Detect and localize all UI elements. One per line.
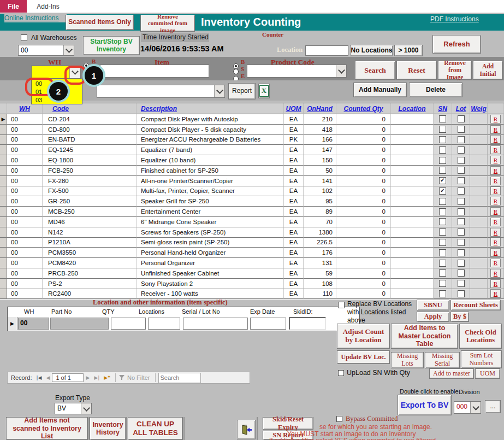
cell-wh[interactable]: 00 [7, 268, 43, 279]
cell-counted-qty[interactable]: 0 [336, 186, 391, 197]
more-options-button[interactable]: ... [485, 400, 501, 413]
cell-wh[interactable]: 00 [7, 279, 43, 289]
row-selector[interactable] [0, 135, 7, 145]
row-r-button[interactable]: R [490, 145, 501, 154]
cell-uom[interactable]: EA [284, 155, 304, 166]
next-record-icon[interactable]: ▶ [84, 375, 92, 380]
cell-onhand[interactable]: 418 [304, 125, 336, 135]
cell-weight[interactable] [470, 186, 488, 197]
lot-checkbox[interactable] [458, 198, 465, 205]
warehouse-combo[interactable]: 00 [18, 45, 74, 56]
header-uom[interactable]: UOM [284, 103, 304, 114]
sn-checkbox[interactable] [439, 280, 446, 287]
sn-checkbox[interactable] [439, 167, 446, 174]
cell-weight[interactable] [470, 176, 488, 186]
row-r-button[interactable]: R [490, 228, 501, 237]
cell-location[interactable] [391, 238, 434, 248]
row-selector[interactable] [0, 155, 7, 166]
cell-wh[interactable]: 00 [7, 248, 43, 258]
cell-code[interactable]: MD46 [43, 217, 137, 227]
sn-checkbox[interactable] [439, 126, 446, 133]
record-position[interactable]: 1 of 1 [52, 373, 84, 382]
cell-location[interactable] [391, 166, 434, 176]
clean-up-all-tables-button[interactable]: CLEAN UP ALL TABLES [128, 417, 183, 440]
cell-weight[interactable] [470, 145, 488, 155]
cell-weight[interactable] [470, 207, 488, 217]
lot-checkbox[interactable] [458, 146, 465, 154]
cell-weight[interactable] [470, 258, 488, 268]
table-row[interactable]: 00RC2400Receiver - 100 wattsEA1100R [0, 289, 504, 300]
cell-description[interactable]: Compact Disk Player - 5 disk capacity [137, 125, 284, 135]
cell-wh[interactable]: 00 [7, 217, 43, 227]
export-type-combo[interactable]: BV [55, 403, 92, 414]
cell-code[interactable]: CD-204 [43, 114, 137, 125]
cell-onhand[interactable]: 95 [304, 196, 336, 207]
location-locations-input[interactable] [148, 318, 180, 330]
cell-wh[interactable]: 00 [7, 207, 43, 217]
cell-onhand[interactable]: 176 [304, 248, 336, 258]
cell-code[interactable]: EQ-1245 [43, 145, 137, 155]
location-row-selector[interactable]: ▶ [8, 317, 17, 330]
no-filter-label[interactable]: No Filter [125, 374, 152, 381]
cell-wh[interactable]: 00 [7, 155, 43, 166]
sn-checkbox[interactable] [439, 260, 446, 267]
row-selector[interactable] [0, 196, 7, 207]
over-1000-button[interactable]: > 1000 [394, 45, 423, 56]
cell-onhand[interactable]: 226.5 [304, 238, 336, 248]
lot-checkbox[interactable] [458, 115, 465, 122]
cell-onhand[interactable]: 59 [304, 268, 336, 279]
location-expdate-input[interactable] [250, 318, 286, 330]
cell-counted-qty[interactable]: 0 [336, 289, 391, 300]
table-row[interactable]: 00EN-BATDEnergizer ACCU Rechargeable D B… [0, 135, 504, 145]
row-selector[interactable] [0, 289, 7, 300]
cell-code[interactable]: P1210A [43, 238, 137, 248]
sn-checkbox[interactable] [439, 239, 446, 246]
cell-location[interactable] [391, 217, 434, 227]
cell-counted-qty[interactable]: 0 [336, 114, 391, 125]
table-row[interactable]: 00EQ-1245Equalizer (7 band)EA1470R [0, 145, 504, 155]
cell-location[interactable] [391, 114, 434, 125]
no-locations-button[interactable]: No Locations [350, 45, 393, 56]
cell-weight[interactable] [470, 279, 488, 289]
cell-location[interactable] [391, 196, 434, 207]
record-search-input[interactable] [158, 373, 201, 383]
cell-weight[interactable] [470, 227, 488, 238]
cell-weight[interactable] [470, 155, 488, 166]
replace-bv-locations-checkbox[interactable] [338, 302, 345, 308]
cell-weight[interactable] [470, 114, 488, 125]
cell-location[interactable] [391, 279, 434, 289]
remove-commited-from-image-button[interactable]: Remove commited from image [140, 15, 195, 32]
missing-serial-button[interactable]: Missing Serial [425, 352, 460, 368]
cell-code[interactable]: MCB-250 [43, 207, 137, 217]
cell-counted-qty[interactable]: 0 [336, 238, 391, 248]
sn-checkbox[interactable]: ✓ [439, 177, 446, 184]
row-r-button[interactable]: R [490, 177, 501, 185]
sn-checkbox[interactable] [439, 218, 446, 225]
table-row[interactable]: 00FCB-250Finished cabinet for SP-250EA50… [0, 166, 504, 176]
cell-code[interactable]: PS-2 [43, 279, 137, 289]
cell-wh[interactable]: 00 [7, 145, 43, 155]
row-r-button[interactable]: R [490, 125, 501, 134]
cell-uom[interactable]: EA [284, 248, 304, 258]
cell-counted-qty[interactable]: 0 [336, 166, 391, 176]
sum-lot-numbers-button[interactable]: Sum Lot Numbers [461, 350, 502, 368]
cell-uom[interactable]: PK [284, 135, 304, 145]
row-selector[interactable] [0, 207, 7, 217]
row-r-button[interactable]: R [490, 279, 501, 288]
division-combo[interactable]: 000 [454, 401, 481, 414]
cell-description[interactable]: Compact Disk Player with Autoskip [137, 114, 284, 125]
cell-counted-qty[interactable]: 0 [336, 125, 391, 135]
chevron-down-icon[interactable] [470, 402, 481, 413]
table-row[interactable]: 00MD466" Midrange Cone SpeakerEA700R [0, 217, 504, 227]
cell-wh[interactable]: 00 [7, 258, 43, 268]
cell-location[interactable] [391, 207, 434, 217]
file-tab[interactable]: File [0, 0, 27, 13]
sn-checkbox[interactable] [439, 208, 446, 215]
previous-record-icon[interactable]: ◀ [44, 375, 52, 380]
cell-description[interactable]: Entertainment Center [137, 207, 284, 217]
start-stop-bv-inventory-button[interactable]: Start/Stop BV Inventory [83, 36, 140, 55]
by-dollar-button[interactable]: By $ [450, 312, 469, 322]
table-row[interactable]: 00P1210ASemi-gloss resin paint (SP-250)E… [0, 238, 504, 248]
cell-counted-qty[interactable]: 0 [336, 217, 391, 227]
last-record-icon[interactable]: ▶| [92, 375, 102, 380]
